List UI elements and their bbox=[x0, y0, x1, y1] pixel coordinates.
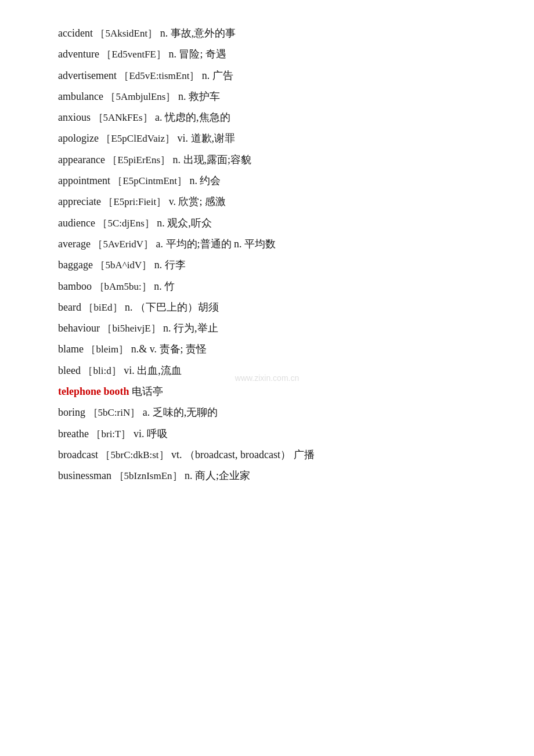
pos: n. bbox=[151, 280, 162, 292]
list-item: appointment ［E5pCintmEnt］ n. 约会 bbox=[58, 171, 488, 190]
pos: n. bbox=[122, 301, 133, 313]
definition-text: 出现,露面;容貌 bbox=[181, 154, 251, 165]
definition-text: （下巴上的）胡须 bbox=[133, 301, 219, 313]
phonetic: ［Ed5ventFE］ bbox=[102, 49, 166, 60]
phonetic: ［5bC:riN］ bbox=[88, 407, 140, 418]
list-item: accident ［5AksidEnt］ n. 事故,意外的事 bbox=[58, 23, 488, 43]
headword: apologize bbox=[58, 132, 99, 144]
definition-text: 道歉,谢罪 bbox=[188, 132, 235, 144]
headword: boring bbox=[58, 406, 85, 418]
definition-text: 行李 bbox=[162, 259, 186, 271]
pos: vi. bbox=[131, 428, 144, 440]
word-list: accident ［5AksidEnt］ n. 事故,意外的事adventure… bbox=[58, 23, 488, 485]
headword: appearance bbox=[58, 154, 105, 165]
definition-text: 竹 bbox=[162, 280, 175, 292]
phonetic: ［5bA^idV］ bbox=[95, 260, 151, 271]
phonetic: ［Ed5vE:tismEnt］ bbox=[119, 70, 199, 81]
list-item: appreciate ［E5pri:Fieit］ v. 欣赏; 感激 bbox=[58, 192, 488, 211]
headword: baggage bbox=[58, 259, 93, 271]
definition-text: 平均的;普通的 n. 平均数 bbox=[163, 238, 276, 250]
list-item: bleed ［bli:d］ vi. 出血,流血 bbox=[58, 361, 488, 380]
headword: accident bbox=[58, 27, 93, 39]
pos: n. bbox=[199, 70, 210, 81]
list-item: blame ［bleim］ n.& v. 责备; 责怪 bbox=[58, 339, 488, 359]
phonetic: ［5AksidEnt］ bbox=[95, 28, 157, 39]
pos: n. bbox=[170, 154, 181, 165]
pos: n. bbox=[182, 470, 193, 481]
list-item: advertisement ［Ed5vE:tismEnt］ n. 广告 bbox=[58, 66, 488, 85]
list-item: telephone booth 电话亭 bbox=[58, 381, 488, 401]
pos: n. bbox=[161, 322, 171, 334]
pos: vi. bbox=[121, 365, 135, 376]
definition-text: 呼吸 bbox=[144, 428, 168, 440]
headword: broadcast bbox=[58, 449, 98, 460]
definition-text: 行为,举止 bbox=[171, 322, 218, 334]
list-item: businessman ［5bIznIsmEn］ n. 商人;企业家 bbox=[58, 466, 488, 485]
pos: n. bbox=[151, 259, 162, 271]
list-item: anxious ［5ANkFEs］ a. 忧虑的,焦急的 bbox=[58, 107, 488, 127]
list-item: breathe ［bri:T］ vi. 呼吸 bbox=[58, 424, 488, 444]
list-item: apologize ［E5pClEdVaiz］ vi. 道歉,谢罪 bbox=[58, 128, 488, 148]
phonetic: ［E5pCintmEnt］ bbox=[113, 175, 187, 186]
headword: ambulance bbox=[58, 91, 103, 102]
list-item: boring ［5bC:riN］ a. 乏味的,无聊的 bbox=[58, 402, 488, 422]
pos: n. bbox=[157, 27, 168, 39]
pos: v. bbox=[166, 196, 176, 207]
headword: appointment bbox=[58, 175, 110, 186]
phonetic: ［5bIznIsmEn］ bbox=[114, 470, 182, 481]
list-item: beard ［biEd］ n. （下巴上的）胡须 bbox=[58, 297, 488, 317]
pos: n. bbox=[175, 91, 186, 102]
phonetic: ［bi5heivjE］ bbox=[102, 323, 160, 334]
definition-text: 事故,意外的事 bbox=[168, 27, 236, 39]
definition-text: 责备; 责怪 bbox=[157, 343, 207, 355]
phonetic: ［5C:djEns］ bbox=[98, 218, 154, 229]
definition-text: 观众,听众 bbox=[165, 217, 212, 229]
pos: vt. bbox=[169, 449, 182, 460]
pos: n.& v. bbox=[128, 343, 157, 355]
definition-text: 商人;企业家 bbox=[193, 470, 251, 481]
pos: a. bbox=[140, 406, 150, 418]
definition-text: 广告 bbox=[210, 70, 233, 81]
headword: advertisement bbox=[58, 70, 117, 81]
phonetic: ［bAm5bu:］ bbox=[95, 281, 151, 292]
pos: a. bbox=[153, 111, 163, 123]
list-item: adventure ［Ed5ventFE］ n. 冒险; 奇遇 bbox=[58, 44, 488, 64]
definition-text: 欣赏; 感激 bbox=[176, 196, 226, 207]
headword: breathe bbox=[58, 428, 89, 440]
definition-text: 忧虑的,焦急的 bbox=[163, 111, 230, 123]
pos: vi. bbox=[175, 132, 188, 144]
phonetic: ［5ANkFEs］ bbox=[93, 112, 153, 123]
highlighted-word: telephone booth bbox=[58, 386, 129, 397]
definition-text: 电话亭 bbox=[129, 386, 164, 397]
headword: blame bbox=[58, 343, 84, 355]
definition-text: 乏味的,无聊的 bbox=[150, 406, 218, 418]
list-item: behaviour ［bi5heivjE］ n. 行为,举止 bbox=[58, 318, 488, 338]
headword: bamboo bbox=[58, 280, 92, 292]
phonetic: ［bri:T］ bbox=[91, 429, 131, 440]
phonetic: ［bleim］ bbox=[86, 344, 128, 355]
phonetic: ［5AvEridV］ bbox=[93, 239, 153, 250]
headword: appreciate bbox=[58, 196, 101, 207]
definition-text: 约会 bbox=[197, 175, 221, 186]
headword: businessman bbox=[58, 470, 111, 481]
headword: average bbox=[58, 238, 91, 250]
pos: n. bbox=[166, 48, 176, 60]
list-item: audience ［5C:djEns］ n. 观众,听众 bbox=[58, 213, 488, 233]
headword: adventure bbox=[58, 48, 99, 60]
phonetic: ［E5piErEns］ bbox=[107, 154, 170, 165]
phonetic: ［E5pClEdVaiz］ bbox=[101, 133, 175, 144]
headword: behaviour bbox=[58, 322, 100, 334]
pos: n. bbox=[154, 217, 165, 229]
definition-text: （broadcast, broadcast） 广播 bbox=[182, 449, 315, 460]
phonetic: ［bli:d］ bbox=[83, 365, 121, 376]
definition-text: 冒险; 奇遇 bbox=[176, 48, 226, 60]
list-item: appearance ［E5piErEns］ n. 出现,露面;容貌 bbox=[58, 150, 488, 170]
pos: n. bbox=[187, 175, 197, 186]
list-item: baggage ［5bA^idV］ n. 行李 bbox=[58, 255, 488, 275]
list-item: bamboo ［bAm5bu:］ n. 竹 bbox=[58, 276, 488, 296]
headword: bleed bbox=[58, 365, 81, 376]
phonetic: ［5AmbjulEns］ bbox=[106, 91, 175, 102]
definition-text: 救护车 bbox=[186, 91, 220, 102]
phonetic: ［5brC:dkB:st］ bbox=[100, 449, 168, 460]
headword: audience bbox=[58, 217, 95, 229]
